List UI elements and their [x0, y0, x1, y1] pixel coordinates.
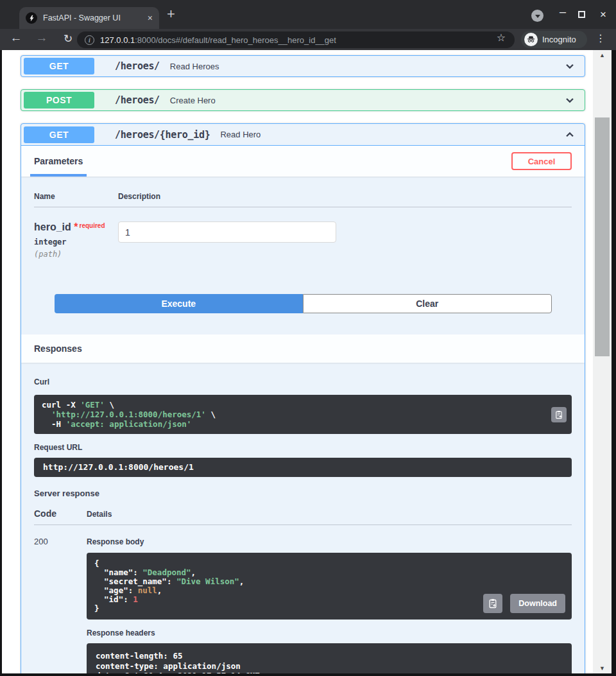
opblock-post-heroes[interactable]: POST /heroes/ Create Hero [21, 89, 585, 111]
request-url-value: http://127.0.0.1:8000/heroes/1 [34, 458, 572, 477]
parameter-name: hero_id *required [34, 221, 118, 233]
endpoint-path: /heroes/{hero_id} [115, 129, 210, 141]
scroll-down-icon[interactable]: ▼ [593, 665, 612, 672]
parameters-header: Parameters Cancel [21, 146, 585, 177]
browser-titlebar: FastAPI - Swagger UI × + – × [0, 0, 616, 29]
required-star: * [74, 221, 78, 232]
window-minimize-button[interactable]: – [556, 5, 570, 19]
page-scrollbar[interactable]: ▲ ▼ [593, 50, 612, 673]
parameter-type: integer [34, 238, 118, 247]
endpoint-summary: Read Hero [220, 130, 564, 139]
window-close-button[interactable]: × [596, 8, 610, 21]
method-badge: POST [24, 92, 94, 108]
copy-curl-button[interactable] [551, 407, 567, 422]
browser-tab[interactable]: FastAPI - Swagger UI × [19, 7, 159, 29]
parameter-location: (path) [34, 250, 118, 259]
page-content: GET /heroes/ Read Heroes POST /heroes/ C… [2, 50, 593, 673]
back-icon[interactable]: ← [8, 31, 24, 45]
hero-id-input[interactable] [118, 221, 336, 243]
chevron-up-icon[interactable] [564, 129, 576, 141]
method-badge: GET [24, 58, 94, 74]
response-row: 200 Response body { "name": "Deadpond", … [34, 535, 572, 673]
tab-parameters[interactable]: Parameters [34, 146, 83, 177]
response-body-actions: Download [483, 594, 565, 613]
address-bar[interactable]: i 127.0.0.1:8000/docs#/default/read_hero… [77, 31, 515, 48]
parameters-title: Parameters [34, 156, 83, 166]
active-tab-underline [30, 174, 87, 177]
status-code: 200 [34, 535, 87, 673]
incognito-icon [524, 33, 538, 46]
response-headers-value: content-length: 65 content-type: applica… [87, 643, 572, 673]
fastapi-favicon-icon [26, 12, 37, 24]
code-column-header: Code [34, 508, 87, 519]
scroll-up-icon[interactable]: ▲ [593, 52, 612, 58]
request-url-label: Request URL [34, 443, 572, 452]
method-badge: GET [24, 126, 94, 143]
clear-button[interactable]: Clear [303, 294, 552, 313]
endpoint-path: /heroes/ [115, 94, 160, 106]
responses-body: Curl curl -X 'GET' \ 'http://127.0.0.1:8… [21, 363, 585, 673]
parameter-value-cell [118, 221, 336, 259]
copy-response-button[interactable] [483, 594, 502, 613]
response-body-label: Response body [87, 537, 144, 546]
new-tab-button[interactable]: + [167, 6, 175, 22]
reload-icon[interactable]: ↻ [60, 32, 76, 46]
parameter-meta: hero_id *required integer (path) [34, 221, 118, 259]
browser-menu-icon[interactable]: ⋮ [595, 32, 606, 44]
curl-command: curl -X 'GET' \ 'http://127.0.0.1:8000/h… [34, 395, 572, 434]
execute-row: Execute Clear [55, 294, 552, 313]
url-text: 127.0.0.1:8000/docs#/default/read_hero_h… [100, 35, 336, 45]
response-table-header: Code Details [34, 508, 572, 525]
parameters-columns: Name Description [34, 192, 572, 207]
window-maximize-button[interactable] [578, 11, 585, 18]
incognito-label: Incognito [542, 35, 576, 44]
tab-close-icon[interactable]: × [148, 13, 153, 23]
forward-icon[interactable]: → [33, 31, 50, 45]
responses-header: Responses [21, 334, 585, 363]
cancel-button[interactable]: Cancel [511, 152, 572, 170]
parameters-body: Name Description hero_id *required integ… [21, 177, 585, 313]
details-column-header: Details [87, 510, 572, 519]
parameter-row: hero_id *required integer (path) [34, 221, 572, 259]
chevron-down-icon[interactable] [564, 94, 576, 106]
opblock-header[interactable]: GET /heroes/{hero_id} Read Hero [21, 124, 585, 146]
responses-title: Responses [34, 343, 82, 354]
execute-button[interactable]: Execute [55, 294, 303, 313]
endpoint-summary: Read Heroes [170, 62, 564, 71]
opblock-get-hero-by-id: GET /heroes/{hero_id} Read Hero Paramete… [21, 123, 585, 673]
url-host: 127.0.0.1 [100, 35, 135, 45]
scrollbar-thumb[interactable] [595, 117, 610, 356]
opblock-get-heroes[interactable]: GET /heroes/ Read Heroes [21, 55, 585, 77]
curl-label: Curl [34, 377, 49, 386]
response-details: Response body { "name": "Deadpond", "sec… [87, 535, 572, 673]
incognito-badge: Incognito [521, 31, 587, 48]
name-column-header: Name [34, 192, 118, 201]
endpoint-summary: Create Hero [170, 96, 564, 105]
chevron-down-icon[interactable] [564, 60, 576, 72]
server-response-label: Server response [34, 489, 572, 498]
download-button[interactable]: Download [510, 594, 565, 613]
response-body-json: { "name": "Deadpond", "secret_name": "Di… [87, 553, 572, 620]
page-info-icon[interactable]: i [85, 35, 94, 45]
url-path: :8000/docs#/default/read_hero_heroes__he… [135, 35, 336, 45]
required-label: required [79, 222, 105, 229]
description-column-header: Description [118, 192, 160, 201]
tab-search-icon[interactable] [531, 10, 543, 22]
response-headers-label: Response headers [87, 628, 572, 637]
browser-toolbar: ← → ↻ i 127.0.0.1:8000/docs#/default/rea… [0, 29, 616, 50]
tab-title: FastAPI - Swagger UI [43, 13, 144, 22]
swagger-ui: GET /heroes/ Read Heroes POST /heroes/ C… [2, 50, 593, 673]
bookmark-star-icon[interactable]: ☆ [493, 31, 509, 44]
endpoint-path: /heroes/ [115, 60, 160, 72]
